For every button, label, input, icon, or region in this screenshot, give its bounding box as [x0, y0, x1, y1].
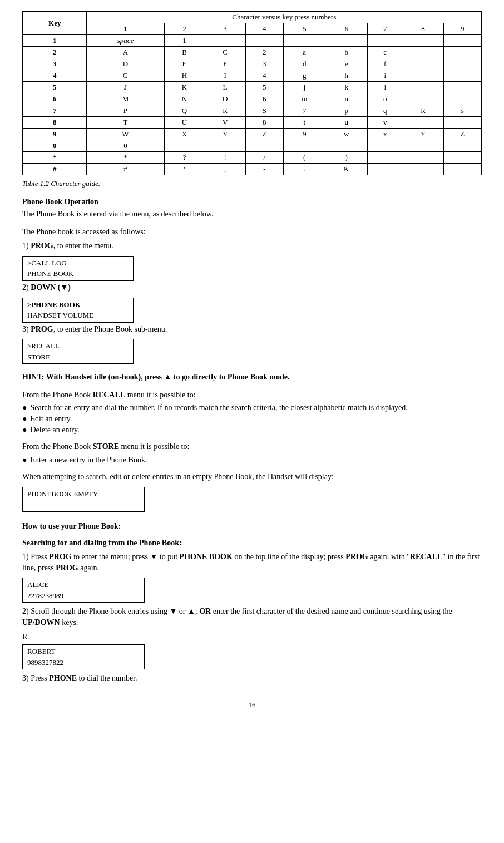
table-cell: [443, 58, 481, 70]
table-cell: (: [283, 152, 325, 164]
col-header-4: 4: [245, 23, 283, 35]
search-step3: 3) Press PHONE to dial the number.: [22, 673, 482, 684]
step3-text: , to enter the Phone Book sub-menu.: [53, 325, 167, 333]
step3-line: 3) PROG, to enter the Phone Book sub-men…: [22, 324, 482, 335]
table-cell: 8: [245, 117, 283, 129]
table-cell: [367, 35, 403, 47]
table-cell: i: [367, 70, 403, 82]
table-cell: [403, 152, 443, 164]
table-cell: [403, 93, 443, 105]
store-bullets: ●Enter a new entry in the Phone Book.: [22, 456, 482, 465]
search-step1f: PHONE BOOK: [180, 553, 233, 561]
table-cell: I: [205, 70, 245, 82]
recall-intro-line: From the Phone Book RECALL menu it is po…: [22, 390, 482, 401]
display3-line2: STORE: [27, 352, 129, 363]
table-cell: [403, 140, 443, 152]
table-cell: .: [283, 164, 325, 175]
table-cell: S: [245, 105, 283, 117]
table-cell: W: [87, 129, 164, 140]
table-cell: ,: [205, 164, 245, 175]
table-cell: R: [205, 105, 245, 117]
search-step1i: again; with ": [368, 553, 410, 561]
display4-line1: ALICE: [27, 579, 140, 590]
search-step2g: enter the first character of the desired…: [211, 607, 452, 615]
table-cell: [245, 140, 283, 152]
bullet-dot: ●: [22, 403, 27, 412]
search-step2f: OR: [199, 607, 211, 615]
search-step1c: to enter the menu; press: [72, 553, 150, 561]
empty-display-box: PHONEBOOK EMPTY: [22, 487, 145, 512]
recall-intro-text: From the Phone Book: [22, 391, 93, 399]
step2-down: DOWN (▼): [31, 283, 71, 292]
table-cell: H: [164, 70, 205, 82]
table-cell: #: [23, 164, 87, 175]
table-cell: [443, 117, 481, 129]
empty-intro: When attempting to search, edit or delet…: [22, 471, 482, 482]
store-intro-line: From the Phone Book STORE menu it is pos…: [22, 441, 482, 452]
phone-book-intro: The Phone Book is entered via the menu, …: [22, 209, 482, 220]
display5-line1: ROBERT: [27, 646, 140, 657]
table-cell: M: [87, 93, 164, 105]
table-cell: Y: [205, 129, 245, 140]
table-cell: u: [325, 117, 367, 129]
table-cell: 4: [245, 70, 283, 82]
table-cell: 8: [23, 117, 87, 129]
table-cell: [403, 164, 443, 175]
table-cell: [443, 70, 481, 82]
table-cell: n: [325, 93, 367, 105]
hint-bold: HINT: With Handset idle (on-hook), press…: [22, 373, 289, 381]
table-cell: [367, 152, 403, 164]
table-caption: Table 1.2 Character guide.: [22, 179, 482, 189]
col-header-1: 1: [87, 23, 164, 35]
access-heading: The Phone book is accessed as follows:: [22, 226, 482, 238]
recall-bullet-item: ●Edit an entry.: [22, 415, 482, 423]
table-cell: [367, 164, 403, 175]
table-cell: b: [325, 47, 367, 58]
table-cell: -: [245, 164, 283, 175]
table-cell: f: [367, 58, 403, 70]
table-cell: [205, 140, 245, 152]
display-box-5: ROBERT 9898327822: [22, 644, 145, 669]
store-bullet-item: ●Enter a new entry in the Phone Book.: [22, 456, 482, 465]
store-text: menu it is possible to:: [119, 442, 189, 451]
step1-line: 1) PROG, to enter the menu.: [22, 240, 482, 252]
table-cell: P: [87, 105, 164, 117]
table-cell: e: [325, 58, 367, 70]
table-cell: 3: [245, 58, 283, 70]
search-step2b: ▼: [169, 607, 177, 615]
table-cell: Q: [164, 105, 205, 117]
bullet-text: Enter a new entry in the Phone Book.: [30, 456, 147, 465]
entry-char: R: [22, 632, 482, 643]
display-box-4: ALICE 2278238989: [22, 578, 145, 603]
character-table: Key Character versus key press numbers 1…: [22, 11, 482, 175]
table-cell: [443, 35, 481, 47]
table-cell: 4: [23, 70, 87, 82]
table-cell: *: [87, 152, 164, 164]
table-cell: [403, 82, 443, 93]
search-step1j: RECALL: [410, 553, 442, 561]
step1-label: 1): [22, 241, 31, 250]
table-cell: R: [403, 105, 443, 117]
table-cell: Z: [443, 129, 481, 140]
display1-line2: PHONE BOOK: [27, 268, 129, 279]
display2-line1: >PHONE BOOK: [27, 299, 129, 310]
table-cell: V: [205, 117, 245, 129]
table-cell: [403, 58, 443, 70]
table-cell: ): [325, 152, 367, 164]
bullet-dot: ●: [22, 426, 27, 435]
table-cell: [283, 35, 325, 47]
display-box-3: >RECALL STORE: [22, 339, 134, 364]
table-cell: /: [245, 152, 283, 164]
phone-book-section: Phone Book Operation The Phone Book is e…: [22, 198, 482, 684]
search-step1d: ▼: [150, 553, 157, 561]
col-header-9: 9: [443, 23, 481, 35]
table-cell: D: [87, 58, 164, 70]
search-step2d: ▲: [187, 607, 195, 615]
table-cell: c: [367, 47, 403, 58]
search-step1l: PROG: [56, 564, 78, 572]
table-cell: 7: [23, 105, 87, 117]
store-intro-text: From the Phone Book: [22, 442, 93, 451]
table-cell: K: [164, 82, 205, 93]
search-step3b: PHONE: [49, 674, 77, 682]
table-cell: [443, 140, 481, 152]
